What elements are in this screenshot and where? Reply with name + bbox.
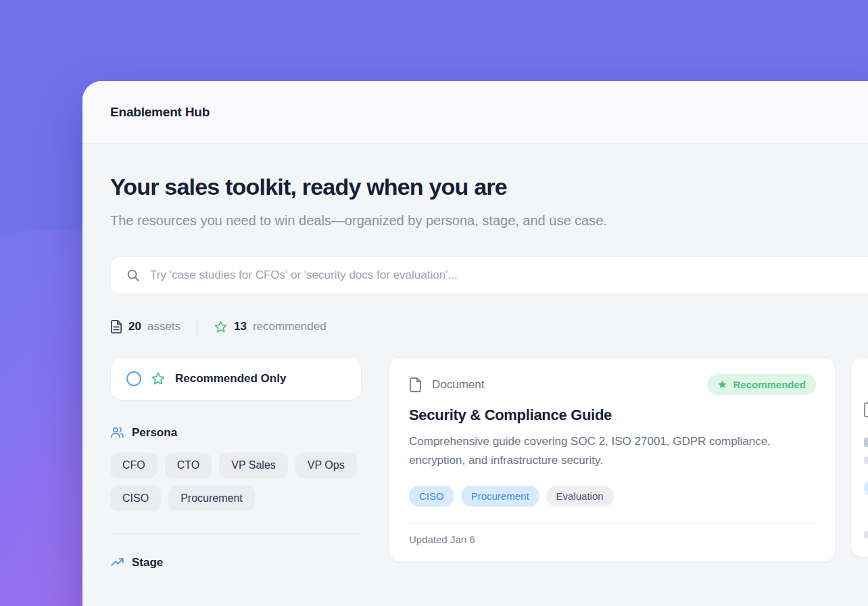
partial-description-fragment — [864, 457, 868, 464]
persona-chip-cto[interactable]: CTO — [165, 452, 212, 478]
persona-chip-ciso[interactable]: CISO — [110, 486, 161, 511]
persona-chip-vp-sales[interactable]: VP Sales — [219, 452, 288, 478]
panel-content: Your sales toolkit, ready when you are T… — [82, 144, 868, 569]
filters-sidebar: Recommended Only Persona — [110, 357, 362, 569]
app-background: Enablement Hub Your sales toolkit, ready… — [0, 0, 868, 606]
persona-chip-procurement[interactable]: Procurement — [168, 486, 255, 511]
asset-card-security-compliance-guide[interactable]: Document Recommended — [389, 357, 836, 562]
card-updated-label: Updated Jan 6 — [409, 534, 816, 545]
card-description: Comprehensive guide covering SOC 2, ISO … — [409, 432, 801, 470]
recommended-label: recommended — [253, 320, 327, 333]
persona-section-heading: Persona — [110, 425, 362, 440]
sidebar-divider — [110, 533, 362, 534]
tag-procurement[interactable]: Procurement — [461, 486, 539, 507]
trending-up-icon — [110, 555, 124, 569]
persona-section-label: Persona — [132, 426, 177, 440]
page-title: Your sales toolkit, ready when you are — [110, 172, 868, 201]
app-title: Enablement Hub — [110, 105, 210, 120]
card-type: Document — [409, 377, 484, 393]
card-tags: CISO Procurement Evaluation — [409, 486, 816, 507]
stage-section-heading: Stage — [110, 555, 362, 569]
users-icon — [110, 425, 124, 440]
assets-count: 20 — [128, 320, 141, 333]
stats-row: 20 assets 13 recommended — [110, 319, 868, 334]
card-head: Document Recommended — [409, 374, 816, 395]
radio-circle-icon[interactable] — [126, 371, 141, 386]
persona-chip-list: CFO CTO VP Sales VP Ops CISO Procurement — [110, 452, 362, 511]
panel-header: Enablement Hub — [82, 81, 868, 144]
page-subtitle: The resources you need to win deals—orga… — [110, 209, 671, 232]
star-filled-icon — [717, 379, 727, 390]
recommended-stat: 13 recommended — [214, 320, 327, 334]
partial-footer-fragment — [864, 531, 868, 538]
recommended-badge: Recommended — [707, 374, 816, 395]
persona-chip-vp-ops[interactable]: VP Ops — [295, 452, 357, 478]
partial-tag-fragment — [864, 480, 868, 497]
asset-cards-area: Document Recommended — [389, 357, 868, 562]
enablement-hub-panel: Enablement Hub Your sales toolkit, ready… — [82, 81, 868, 606]
results-row: Recommended Only Persona — [110, 357, 868, 569]
assets-label: assets — [147, 320, 180, 333]
search-input[interactable] — [150, 269, 868, 282]
card-type-label: Document — [432, 378, 484, 392]
asset-card-partial[interactable] — [850, 357, 868, 557]
tag-ciso[interactable]: CISO — [409, 486, 454, 507]
star-outline-icon — [214, 320, 228, 334]
star-outline-icon — [151, 371, 166, 386]
tag-evaluation[interactable]: Evaluation — [546, 486, 614, 507]
search-icon — [126, 268, 141, 283]
recommended-only-label: Recommended Only — [175, 372, 286, 386]
file-text-icon — [110, 320, 122, 333]
assets-stat: 20 assets — [110, 320, 180, 333]
recommended-only-toggle[interactable]: Recommended Only — [110, 357, 362, 400]
file-icon — [409, 377, 422, 393]
card-footer-divider — [409, 523, 816, 523]
stage-section-label: Stage — [132, 556, 163, 569]
recommended-count: 13 — [234, 320, 247, 333]
persona-chip-cfo[interactable]: CFO — [110, 452, 158, 478]
stats-divider — [197, 319, 197, 334]
search-bar[interactable] — [110, 256, 868, 294]
file-icon — [864, 402, 868, 417]
recommended-badge-label: Recommended — [733, 379, 806, 390]
card-title: Security & Compliance Guide — [409, 406, 816, 424]
partial-title-fragment — [864, 438, 868, 447]
